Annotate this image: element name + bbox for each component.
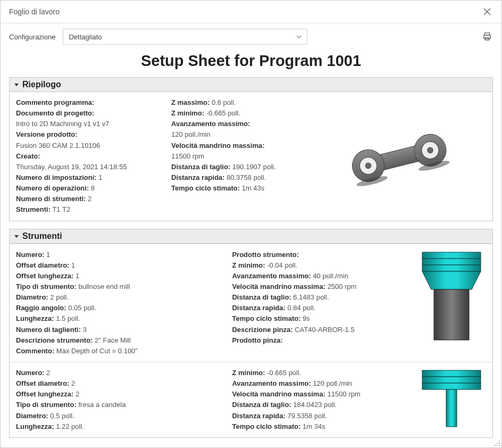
label: Offset lunghezza:: [16, 272, 73, 280]
value: 1: [98, 173, 102, 181]
value: 11500 rpm: [328, 390, 361, 398]
value: 0.5 poll.: [50, 412, 74, 420]
value: 1.22 poll.: [56, 422, 84, 430]
summary-image-col: [312, 97, 486, 215]
label: Commento:: [16, 347, 54, 355]
label: Tempo ciclo stimato:: [232, 422, 300, 430]
summary-header[interactable]: Riepilogo: [10, 78, 492, 92]
config-label: Configurazione: [9, 33, 55, 41]
label: Tempo ciclo stimato:: [171, 184, 240, 192]
value: -0.04 poll.: [267, 261, 297, 269]
tool-image: [417, 368, 486, 432]
summary-body: Commento programma: Documento di progett…: [10, 92, 492, 221]
value: 9s: [303, 314, 310, 322]
value: 1.5 poll.: [56, 314, 80, 322]
toolbar-left: Configurazione Dettagliato: [9, 29, 307, 45]
tools-header[interactable]: Strumenti: [10, 229, 492, 244]
value: 8: [91, 184, 95, 192]
value: 2500 rpm: [328, 283, 357, 291]
value: T1 T2: [52, 205, 70, 213]
tools-title: Strumenti: [22, 231, 62, 241]
label: Numero:: [16, 251, 44, 259]
label: Z minimo:: [232, 369, 265, 377]
caret-down-icon: [14, 82, 19, 87]
config-dropdown[interactable]: Dettagliato: [63, 29, 307, 45]
summary-col-2: Z massimo: 0.6 poll. Z minimo: -0.665 po…: [171, 97, 299, 215]
label: Raggio angolo:: [16, 304, 66, 312]
value: 11500 rpm: [171, 151, 299, 162]
value: 2 poll.: [50, 293, 69, 301]
toolbar: Configurazione Dettagliato: [1, 23, 501, 49]
value: -0.665 poll.: [267, 369, 301, 377]
label: Tipo di strumento:: [16, 283, 77, 291]
svg-rect-17: [422, 370, 481, 377]
value: Max Depth of Cut = 0.100": [56, 347, 138, 355]
summary-title: Riepilogo: [22, 80, 61, 89]
label: Distanza rapida:: [232, 412, 285, 420]
value: Intro to 2D Machining v1 v1 v7: [16, 119, 158, 129]
svg-point-21: [499, 441, 500, 442]
titlebar: Foglio di lavoro: [1, 1, 501, 23]
tool-col-1: Numero: 1 Offset diametro: 1 Offset lung…: [16, 250, 219, 356]
label: Descrizione pinza:: [232, 326, 292, 334]
label: Prodotto pinza:: [232, 336, 282, 344]
sheet-title: Setup Sheet for Program 1001: [9, 52, 493, 70]
tool-row: Numero: 1 Offset diametro: 1 Offset lung…: [10, 244, 492, 362]
label: Z massimo:: [171, 98, 210, 106]
label: Versione prodotto:: [16, 130, 78, 138]
close-icon: [483, 7, 491, 16]
svg-rect-20: [446, 389, 457, 427]
config-dropdown-value: Dettagliato: [69, 33, 102, 41]
label: Documento di progetto:: [16, 109, 94, 117]
window-title: Foglio di lavoro: [9, 7, 60, 16]
value: 2: [88, 195, 91, 203]
value: 80.3758 poll.: [227, 173, 266, 181]
label: Creato:: [16, 152, 40, 160]
print-button[interactable]: [481, 31, 493, 43]
label: Numero di impostazioni:: [16, 173, 97, 181]
svg-rect-19: [422, 383, 481, 389]
label: Numero:: [16, 369, 44, 377]
label: Prodotto strumento:: [232, 251, 299, 259]
label: Diametro:: [16, 412, 48, 420]
value: 1m 34s: [303, 422, 325, 430]
tools-panel: Strumenti Numero: 1 Offset diametro: 1 O…: [9, 229, 493, 438]
close-button[interactable]: [481, 6, 493, 18]
caret-down-icon: [14, 234, 19, 239]
svg-rect-1: [484, 35, 491, 38]
svg-rect-16: [434, 289, 469, 340]
value: 1: [71, 261, 75, 269]
svg-marker-15: [422, 271, 481, 289]
chevron-down-icon: [296, 34, 302, 39]
print-icon: [482, 32, 492, 42]
label: Descrizione strumento:: [16, 336, 93, 344]
label: Tipo di strumento:: [16, 401, 77, 409]
label: Strumenti:: [16, 205, 51, 213]
tool-col-1: Numero: 2 Offset diametro: 2 Offset lung…: [16, 368, 219, 432]
value: fresa a candela: [79, 401, 126, 409]
tool-col-2: Prodotto strumento: Z minimo: -0.04 poll…: [232, 250, 404, 356]
svg-rect-18: [422, 377, 481, 383]
label: Offset diametro:: [16, 379, 69, 387]
value: 1: [46, 251, 50, 259]
value: Thursday, August 19, 2021 14:18:55: [16, 162, 158, 172]
value: 120 poll./min: [313, 379, 352, 387]
resize-grip[interactable]: [492, 438, 501, 447]
value: 79.5358 poll.: [287, 412, 327, 420]
svg-point-23: [499, 443, 500, 444]
svg-point-25: [497, 445, 498, 446]
value: 6.1483 poll.: [293, 293, 329, 301]
label: Lunghezza:: [16, 314, 54, 322]
label: Numero di strumenti:: [16, 195, 86, 203]
svg-rect-12: [422, 252, 481, 259]
label: Diametro:: [16, 293, 48, 301]
value: 0.6 poll.: [212, 98, 236, 106]
label: Commento programma:: [16, 98, 94, 106]
value: 0.05 poll.: [68, 304, 96, 312]
label: Velocità mandrino massima:: [171, 142, 265, 150]
tool-image-col: [417, 250, 486, 356]
svg-point-26: [499, 445, 500, 446]
tool-image-col: [417, 368, 486, 432]
value: 2" Face Mill: [95, 336, 130, 344]
svg-rect-14: [422, 265, 481, 271]
